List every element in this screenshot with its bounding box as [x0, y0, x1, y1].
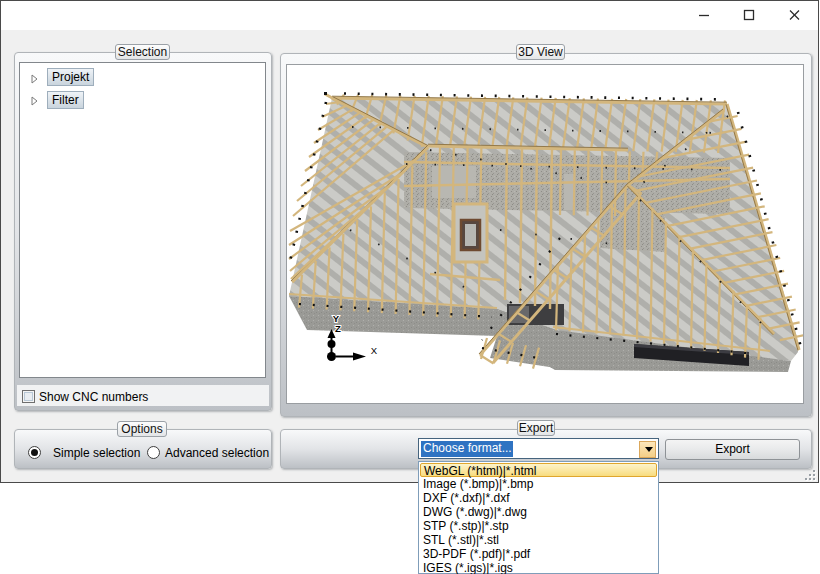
svg-text:Z: Z: [335, 323, 341, 334]
svg-text:X: X: [371, 345, 378, 356]
